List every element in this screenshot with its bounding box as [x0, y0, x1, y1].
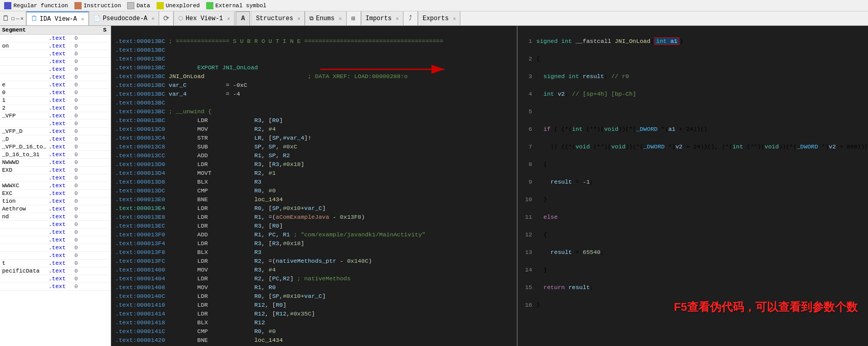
sidebar-row[interactable]: e.text0 — [0, 81, 111, 89]
tab-close-structures[interactable]: ✕ — [297, 16, 300, 22]
sidebar-row[interactable]: .text0 — [0, 252, 111, 260]
sidebar-row[interactable]: .text0 — [0, 73, 111, 81]
ida-view-icon: 🗒 — [31, 15, 38, 23]
pseudocode-icon: 📄 — [94, 15, 101, 22]
b-icon: ⊞ — [351, 14, 355, 23]
sidebar-row[interactable]: .text0 — [0, 221, 111, 229]
sidebar-row[interactable]: _VFP_D.text0 — [0, 128, 111, 136]
s-col-header: S — [103, 27, 106, 33]
sidebar-row[interactable]: .text0 — [0, 236, 111, 244]
sidebar: Segment S .text0on.text0.text0.text0.tex… — [0, 26, 111, 346]
segment-col-header: Segment — [2, 27, 26, 33]
restore-button[interactable]: ◻ — [11, 15, 15, 22]
legend-color-instruction — [74, 2, 82, 9]
sidebar-row[interactable]: _VFP_D_16_to_31.text0 — [0, 143, 111, 151]
tab-exports[interactable]: Exports ✕ — [418, 11, 460, 26]
sidebar-row[interactable]: tion.text0 — [0, 198, 111, 205]
tab-label-ida-view: IDA View-A — [40, 16, 77, 23]
main-content: Segment S .text0on.text0.text0.text0.tex… — [0, 26, 868, 346]
pseudocode-panel[interactable]: 1 signed int __fastcall JNI_OnLoad(int a… — [517, 26, 868, 346]
legend-regular-function: Regular function — [4, 2, 68, 9]
tab-structures[interactable]: Structures ✕ — [251, 11, 305, 26]
legend-data: Data — [127, 2, 150, 9]
sidebar-row[interactable]: .text0 — [0, 244, 111, 252]
tab-ida-view-a[interactable]: 🗒 IDA View-A ✕ — [26, 11, 89, 26]
sidebar-row[interactable]: NWWWD.text0 — [0, 159, 111, 167]
tab-enums[interactable]: ⧉ Enums ✕ — [305, 11, 346, 26]
sidebar-row[interactable]: 1.text0 — [0, 97, 111, 104]
legend-external-symbol: External symbol — [206, 2, 267, 9]
b-button[interactable]: ⊞ — [347, 11, 361, 26]
sidebar-row[interactable]: .text0 — [0, 50, 111, 58]
tab-label-imports: Imports — [366, 15, 392, 22]
legend-instruction: Instruction — [74, 2, 121, 9]
minimize-button[interactable]: — — [16, 16, 20, 22]
tab-label-pseudocode: Pseudocode-A — [103, 15, 147, 22]
tab-pseudocode-a[interactable]: 📄 Pseudocode-A ✕ — [89, 11, 159, 26]
close-panel-button[interactable]: ✕ — [20, 15, 24, 22]
sidebar-row[interactable]: _VFP.text0 — [0, 112, 111, 120]
sidebar-row[interactable]: EXD.text0 — [0, 167, 111, 174]
sidebar-row[interactable]: .text0 — [0, 229, 111, 236]
sidebar-row[interactable]: Aethrow.text0 — [0, 205, 111, 213]
tab-close-hex[interactable]: ✕ — [227, 16, 230, 22]
sidebar-row[interactable]: WWWXC.text0 — [0, 182, 111, 190]
a-button[interactable]: A — [236, 11, 250, 26]
sidebar-row[interactable]: _D_16_to_31.text0 — [0, 151, 111, 159]
tab-close-pseudo[interactable]: ✕ — [151, 16, 154, 22]
legend-bar: Regular function Instruction Data Unexpl… — [0, 0, 868, 11]
sidebar-row[interactable]: .text0 — [0, 275, 111, 283]
export-icon-btn[interactable]: ⤴ — [404, 11, 418, 26]
ida-container: .text:000013BC ; =============== S U B R… — [111, 26, 868, 346]
sidebar-row[interactable]: 0.text0 — [0, 89, 111, 97]
sidebar-row[interactable]: EXC.text0 — [0, 190, 111, 198]
sidebar-row[interactable]: pecificData.text0 — [0, 267, 111, 275]
sidebar-row[interactable]: nd.text0 — [0, 213, 111, 221]
tab-label-enums: Enums — [316, 15, 334, 22]
sidebar-row[interactable]: .text0 — [0, 58, 111, 66]
tab-label-exports: Exports — [423, 15, 448, 22]
tab-label-structures: Structures — [256, 15, 293, 22]
sidebar-row[interactable]: t.text0 — [0, 260, 111, 267]
hex-icon: ⬡ — [178, 15, 183, 22]
annotation-text: F5查看伪代码，可以查看到参数个数 — [674, 299, 858, 315]
tab-close-enums[interactable]: ✕ — [338, 16, 342, 22]
enums-icon: ⧉ — [309, 16, 314, 22]
legend-unexplored: Unexplored — [157, 2, 200, 9]
a-icon: A — [241, 14, 245, 22]
sidebar-row[interactable]: _D.text0 — [0, 136, 111, 143]
ida-view-panel[interactable]: .text:000013BC ; =============== S U B R… — [111, 26, 517, 346]
legend-color-unexplored — [157, 2, 164, 9]
tab-close-ida[interactable]: ✕ — [81, 16, 84, 22]
sidebar-row[interactable]: .text0 — [0, 120, 111, 128]
legend-color-external — [206, 2, 213, 9]
sidebar-row[interactable]: 2.text0 — [0, 104, 111, 112]
tab-close-imports[interactable]: ✕ — [396, 16, 399, 22]
legend-color-regular — [4, 2, 11, 9]
sidebar-list[interactable]: .text0on.text0.text0.text0.text0.text0e.… — [0, 35, 111, 346]
sidebar-row[interactable]: .text0 — [0, 174, 111, 182]
sidebar-row[interactable]: .text0 — [0, 35, 111, 42]
sidebar-row[interactable]: .text0 — [0, 283, 111, 291]
sidebar-header: Segment S — [0, 26, 111, 35]
pseudocode-code[interactable]: 1 signed int __fastcall JNI_OnLoad(int a… — [518, 26, 868, 346]
tab-label-hex: Hex View-1 — [185, 15, 223, 22]
panel-icon[interactable]: 🗒 — [2, 14, 9, 23]
legend-color-data — [127, 2, 134, 9]
tab-close-exports[interactable]: ✕ — [453, 16, 456, 22]
tab-imports[interactable]: Imports ✕ — [361, 11, 404, 26]
tab-bar: 🗒 ◻ — ✕ 🗒 IDA View-A ✕ 📄 Pseudocode-A ✕ … — [0, 11, 868, 26]
sidebar-row[interactable]: on.text0 — [0, 42, 111, 50]
export-icon: ⤴ — [409, 14, 412, 22]
ida-view-code[interactable]: .text:000013BC ; =============== S U B R… — [111, 26, 517, 346]
sidebar-row[interactable]: .text0 — [0, 66, 111, 73]
tab-hex-view[interactable]: ⬡ Hex View-1 ✕ — [174, 11, 235, 26]
sync-button[interactable]: ⟳ — [159, 11, 174, 26]
sync-icon: ⟳ — [163, 14, 169, 23]
